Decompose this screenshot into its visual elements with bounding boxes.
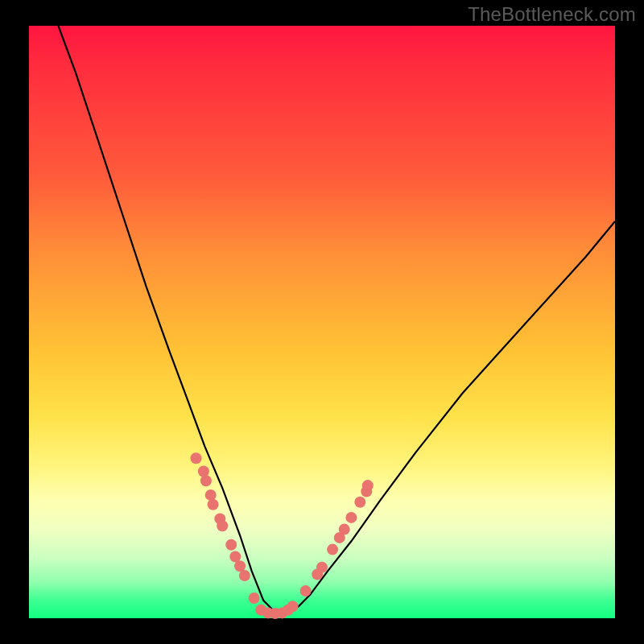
scatter-dot (362, 480, 374, 491)
scatter-dot (300, 585, 312, 597)
bottleneck-curve (58, 26, 615, 613)
scatter-dot (208, 499, 219, 510)
scatter-dot (345, 512, 357, 523)
chart-frame: TheBottleneck.com (0, 0, 644, 644)
scatter-dot (191, 452, 202, 464)
scatter-dot (198, 466, 209, 477)
scatter-dot (239, 570, 250, 581)
scatter-dot (249, 592, 260, 604)
scatter-dot (339, 524, 350, 535)
plot-area (29, 26, 615, 618)
scatter-dot (200, 475, 212, 486)
watermark-label: TheBottleneck.com (468, 3, 636, 26)
scatter-dot (225, 539, 237, 551)
scatter-dot (327, 544, 338, 555)
scatter-dot (205, 489, 217, 501)
scatter-dot (287, 601, 299, 612)
scatter-dot (354, 497, 365, 508)
chart-svg (29, 26, 615, 618)
scatter-dot (316, 562, 328, 573)
scatter-dot (217, 520, 228, 531)
